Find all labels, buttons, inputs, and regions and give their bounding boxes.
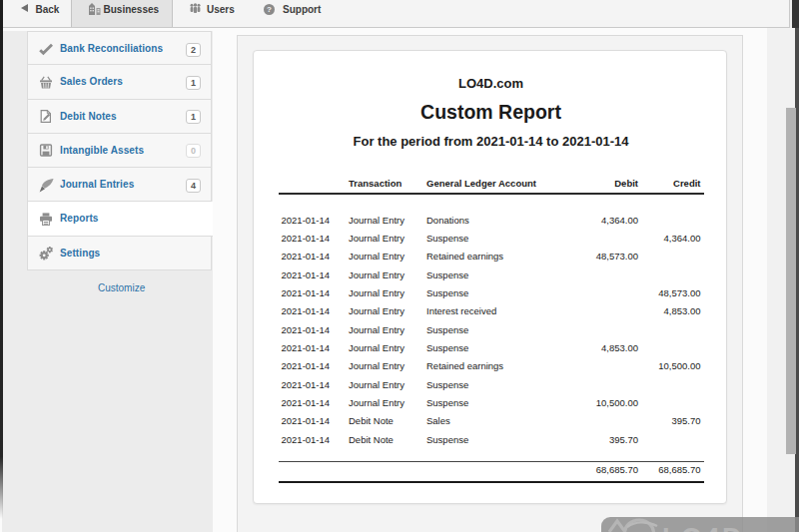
svg-text:?: ? (267, 5, 272, 14)
svg-text:LO4D: LO4D (662, 523, 744, 532)
